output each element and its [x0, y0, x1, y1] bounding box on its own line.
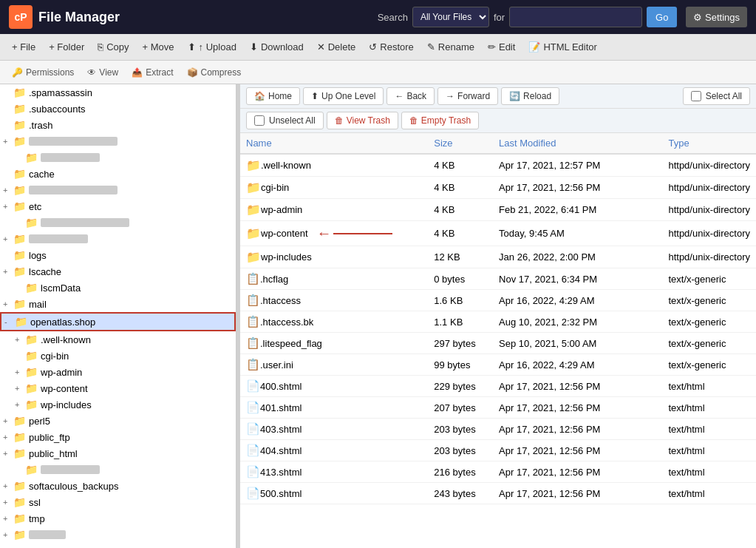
tree-item-public-ftp[interactable]: + 📁 public_ftp — [0, 429, 236, 445]
tree-item-label: mail — [29, 299, 47, 310]
compress-button[interactable]: 📦 Compress — [181, 65, 248, 80]
new-file-button[interactable]: + File — [6, 38, 41, 55]
folder-icon: 📁 — [25, 399, 38, 410]
tree-item-cgi-bin[interactable]: 📁 cgi-bin — [0, 348, 236, 364]
file-size-cell: 0 bytes — [428, 268, 493, 290]
download-button[interactable]: ⬇ Download — [244, 38, 310, 55]
tree-item-well-known[interactable]: + 📁 .well-known — [0, 331, 236, 348]
tree-item-tmp[interactable]: + 📁 tmp — [0, 510, 236, 527]
rename-button[interactable]: ✎ Rename — [421, 38, 480, 55]
tree-item-label-blurred — [41, 218, 129, 227]
file-name-cell: 📋 .user.ini — [240, 354, 428, 376]
file-modified-cell: Apr 17, 2021, 12:56 PM — [493, 483, 662, 504]
select-all-checkbox[interactable] — [691, 91, 701, 101]
reload-button[interactable]: 🔄 Reload — [501, 87, 559, 105]
tree-item-label: ssl — [29, 497, 41, 508]
tree-item-label: public_html — [29, 448, 78, 459]
table-row[interactable]: 📋 .user.ini 99 bytes Apr 16, 2022, 4:29 … — [240, 354, 756, 376]
col-modified[interactable]: Last Modified — [493, 133, 662, 154]
table-row[interactable]: 📁 .well-known 4 KB Apr 17, 2021, 12:57 P… — [240, 154, 756, 177]
empty-trash-button[interactable]: 🗑 Empty Trash — [401, 112, 479, 129]
up-one-level-button[interactable]: ⬆ Up One Level — [303, 87, 384, 105]
tree-item-blurred4[interactable]: 📁 — [0, 214, 236, 231]
expand-icon: + — [3, 498, 12, 507]
tree-item-mail[interactable]: + 📁 mail — [0, 296, 236, 312]
upload-button[interactable]: ⬆ ↑ Upload — [182, 38, 242, 55]
table-row[interactable]: 📋 .hcflag 0 bytes Nov 17, 2021, 6:34 PM … — [240, 268, 756, 290]
tree-item-wp-admin[interactable]: + 📁 wp-admin — [0, 364, 236, 380]
table-row[interactable]: 📄 403.shtml 203 bytes Apr 17, 2021, 12:5… — [240, 419, 756, 440]
table-row[interactable]: 📁 wp-includes 12 KB Jan 26, 2022, 2:00 P… — [240, 246, 756, 268]
col-size[interactable]: Size — [428, 133, 493, 154]
select-all-button[interactable]: Select All — [683, 87, 750, 105]
tree-item-wp-includes[interactable]: + 📁 wp-includes — [0, 396, 236, 413]
tree-item-perl5[interactable]: + 📁 perl5 — [0, 413, 236, 429]
view-trash-button[interactable]: 🗑 View Trash — [327, 112, 398, 129]
table-row[interactable]: 📄 500.shtml 243 bytes Apr 17, 2021, 12:5… — [240, 483, 756, 504]
empty-trash-icon: 🗑 — [409, 115, 418, 126]
table-row[interactable]: 📄 401.shtml 207 bytes Apr 17, 2021, 12:5… — [240, 397, 756, 419]
new-folder-button[interactable]: + Folder — [43, 38, 90, 55]
tree-item-label-blurred — [41, 465, 100, 474]
table-row[interactable]: 📁 wp-content ← 4 KB Today, 9:45 AM httpd… — [240, 221, 756, 246]
table-row[interactable]: 📋 .htaccess 1.6 KB Apr 16, 2022, 4:29 AM… — [240, 290, 756, 311]
col-name[interactable]: Name — [240, 133, 428, 154]
folder-row-icon: 📁 — [246, 250, 261, 264]
table-row[interactable]: 📄 404.shtml 203 bytes Apr 17, 2021, 12:5… — [240, 440, 756, 461]
tree-item-etc[interactable]: + 📁 etc — [0, 198, 236, 214]
search-input[interactable] — [509, 7, 642, 27]
table-row[interactable]: 📄 400.shtml 229 bytes Apr 17, 2021, 12:5… — [240, 376, 756, 397]
table-row[interactable]: 📋 .litespeed_flag 297 bytes Sep 10, 2021… — [240, 333, 756, 354]
restore-button[interactable]: ↺ Restore — [363, 38, 420, 55]
settings-button[interactable]: ⚙ Settings — [686, 7, 747, 27]
copy-icon: ⎘ — [98, 41, 103, 53]
file-name: 413.shtml — [260, 467, 302, 478]
table-row[interactable]: 📄 413.shtml 216 bytes Apr 17, 2021, 12:5… — [240, 461, 756, 483]
tree-item-blurred5[interactable]: + 📁 — [0, 231, 236, 247]
file-row-icon: 📋 — [246, 315, 260, 328]
compress-icon: 📦 — [187, 67, 198, 78]
move-button[interactable]: + Move — [137, 38, 180, 55]
html-editor-button[interactable]: 📝 HTML Editor — [522, 38, 602, 55]
file-size-cell: 297 bytes — [428, 333, 493, 354]
table-row[interactable]: 📋 .htaccess.bk 1.1 KB Aug 10, 2021, 2:32… — [240, 311, 756, 333]
expand-icon: + — [3, 137, 12, 146]
copy-button[interactable]: ⎘ Copy — [92, 38, 134, 55]
tree-item-lscache[interactable]: + 📁 lscache — [0, 263, 236, 280]
tree-item-cache[interactable]: 📁 cache — [0, 166, 236, 182]
delete-button[interactable]: ✕ Delete — [311, 38, 362, 55]
tree-item-blurred6[interactable]: 📁 — [0, 461, 236, 478]
home-button[interactable]: 🏠 Home — [246, 87, 300, 105]
edit-button[interactable]: ✏ Edit — [482, 38, 521, 55]
tree-item-logs[interactable]: 📁 logs — [0, 247, 236, 263]
tree-item-softaculous[interactable]: + 📁 softaculous_backups — [0, 478, 236, 494]
tree-item-subaccounts[interactable]: 📁 .subaccounts — [0, 101, 236, 117]
unselect-all-button[interactable]: Unselect All — [246, 112, 324, 129]
unselect-all-checkbox[interactable] — [254, 115, 265, 126]
view-button[interactable]: 👁 View — [81, 65, 124, 80]
tree-item-wp-content[interactable]: + 📁 wp-content — [0, 380, 236, 396]
tree-item-blurred3[interactable]: + 📁 — [0, 182, 236, 198]
go-button[interactable]: Go — [647, 7, 677, 27]
extract-button[interactable]: 📤 Extract — [126, 65, 179, 80]
tree-item-spamassassin[interactable]: 📁 .spamassassin — [0, 84, 236, 101]
tree-item-blurred7[interactable]: + 📁 — [0, 527, 236, 543]
table-row[interactable]: 📁 wp-admin 4 KB Feb 21, 2022, 6:41 PM ht… — [240, 199, 756, 221]
col-type[interactable]: Type — [662, 133, 756, 154]
tree-item-public-html[interactable]: + 📁 public_html — [0, 445, 236, 461]
tree-item-blurred1[interactable]: + 📁 — [0, 133, 236, 149]
file-size-cell: 1.6 KB — [428, 290, 493, 311]
tree-item-blurred2[interactable]: 📁 — [0, 149, 236, 166]
tree-item-lscmdata[interactable]: 📁 lscmData — [0, 280, 236, 296]
file-table-body: 📁 .well-known 4 KB Apr 17, 2021, 12:57 P… — [240, 154, 756, 504]
forward-button[interactable]: → Forward — [437, 87, 498, 105]
back-button[interactable]: ← Back — [386, 87, 435, 105]
tree-item-openatlas[interactable]: - 📁 openatlas.shop — [0, 312, 236, 331]
file-modified-cell: Jan 26, 2022, 2:00 PM — [493, 246, 662, 268]
tree-item-trash[interactable]: 📁 .trash — [0, 117, 236, 133]
table-row[interactable]: 📁 cgi-bin 4 KB Apr 17, 2021, 12:56 PM ht… — [240, 177, 756, 199]
tree-item-ssl[interactable]: + 📁 ssl — [0, 494, 236, 510]
folder-icon: 📁 — [13, 415, 26, 427]
permissions-button[interactable]: 🔑 Permissions — [6, 65, 80, 80]
search-scope-select[interactable]: All Your Files — [412, 7, 489, 27]
